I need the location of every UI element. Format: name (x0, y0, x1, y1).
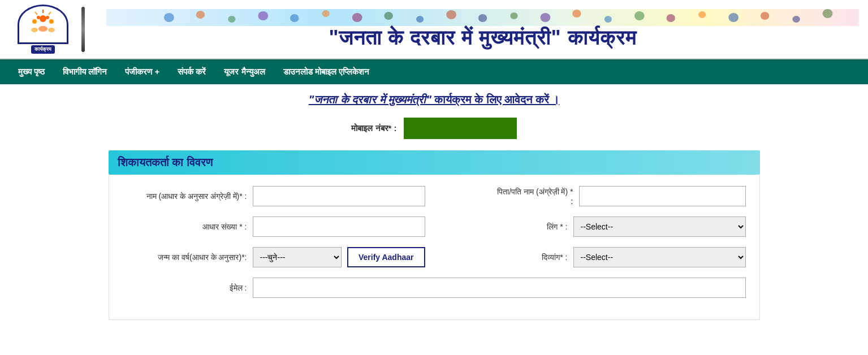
svg-point-15 (228, 16, 235, 23)
gender-select[interactable]: --Select-- पुरुष महिला अन्य (573, 217, 746, 237)
svg-point-17 (290, 14, 299, 22)
svg-point-23 (478, 14, 487, 22)
birth-year-group: जन्म का वर्ष(आधार के अनुसार)*: ---चुने--… (123, 247, 425, 267)
divyang-select[interactable]: --Select-- हाँ नहीं (573, 247, 746, 267)
section-body: नाम (आधार के अनुसार अंग्रेज़ी में)* : पि… (109, 175, 760, 320)
svg-point-24 (510, 12, 517, 19)
form-container: "जनता के दरबार में मुख्यमंत्री" कार्यक्र… (95, 84, 774, 329)
aadhar-group: आधार संख्या * : (123, 217, 425, 237)
header-title: "जनता के दरबार में मुख्यमंत्री" कार्यक्र… (106, 26, 859, 50)
svg-point-30 (698, 11, 706, 18)
nav-register[interactable]: पंजीकरण + (116, 60, 169, 84)
svg-point-22 (446, 10, 456, 19)
svg-point-29 (666, 14, 675, 22)
svg-point-32 (761, 12, 770, 20)
svg-point-13 (164, 13, 174, 22)
email-input[interactable] (253, 278, 746, 298)
father-input[interactable] (579, 186, 746, 206)
svg-point-28 (634, 11, 645, 20)
aadhar-label: आधार संख्या * : (123, 222, 247, 232)
logo-icon (20, 7, 66, 41)
header: कार्यक्रम (0, 0, 868, 59)
form-row-3: जन्म का वर्ष(आधार के अनुसार)*: ---चुने--… (123, 247, 746, 267)
svg-point-1 (40, 15, 46, 22)
svg-point-34 (823, 9, 833, 18)
mobile-row: मोबाइल नंबर* : (109, 118, 760, 139)
header-title-area: "जनता के दरबार में मुख्यमंत्री" कार्यक्र… (89, 9, 859, 50)
svg-point-16 (258, 11, 268, 20)
svg-point-9 (38, 26, 47, 32)
divyang-group: दिव्यांग* : --Select-- हाँ नहीं (443, 247, 746, 267)
svg-point-4 (37, 16, 40, 19)
name-input[interactable] (253, 186, 425, 206)
svg-point-5 (46, 16, 49, 19)
form-page-title: "जनता के दरबार में मुख्यमंत्री" कार्यक्र… (109, 93, 760, 106)
svg-point-26 (572, 10, 581, 18)
svg-point-27 (604, 16, 612, 23)
svg-point-10 (31, 28, 38, 32)
birth-year-select[interactable]: ---चुने--- (253, 247, 342, 267)
svg-point-14 (196, 11, 205, 19)
email-label: ईमेल : (123, 283, 247, 293)
form-row-2: आधार संख्या * : लिंग * : --Select-- पुरु… (123, 217, 746, 237)
svg-point-3 (49, 19, 54, 24)
father-group: पिता/पति नाम (अंग्रेज़ी में) * : (443, 186, 746, 206)
nav-user-manual[interactable]: यूजर मैन्युअल (215, 60, 274, 84)
navbar: मुख्य पृष्ठ विभागीय लॉगिन पंजीकरण + संपर… (0, 59, 868, 84)
birth-year-label: जन्म का वर्ष(आधार के अनुसार)*: (123, 253, 247, 262)
decorative-bar (81, 7, 85, 52)
svg-point-0 (23, 10, 63, 38)
svg-point-18 (322, 10, 330, 17)
aadhar-input[interactable] (253, 217, 425, 237)
verify-aadhaar-button[interactable]: Verify Aadhaar (347, 247, 425, 267)
form-title-part1: "जनता के दरबार में मुख्यमंत्री" (309, 93, 431, 106)
nav-home[interactable]: मुख्य पृष्ठ (9, 60, 54, 84)
father-colon: : (443, 197, 573, 206)
logo-area: कार्यक्रम (9, 5, 77, 54)
email-group: ईमेल : (123, 278, 746, 298)
form-row-1: नाम (आधार के अनुसार अंग्रेज़ी में)* : पि… (123, 186, 746, 206)
gender-label: लिंग * : (443, 222, 568, 232)
svg-point-20 (384, 12, 393, 20)
banner-strip (106, 9, 859, 26)
gender-group: लिंग * : --Select-- पुरुष महिला अन्य (443, 217, 746, 237)
name-group: नाम (आधार के अनुसार अंग्रेज़ी में)* : (123, 186, 425, 206)
nav-dept-login[interactable]: विभागीय लॉगिन (54, 60, 116, 84)
svg-point-31 (728, 13, 739, 22)
nav-contact[interactable]: संपर्क करें (169, 60, 215, 84)
svg-point-21 (416, 16, 424, 23)
father-label: पिता/पति नाम (अंग्रेज़ी में) * (443, 187, 573, 197)
form-title-part2: कार्यक्रम के लिए आवेदन करें । (431, 93, 559, 106)
logo-badge: कार्यक्रम (31, 45, 55, 54)
svg-point-2 (32, 19, 37, 24)
svg-point-11 (48, 28, 55, 32)
svg-point-19 (352, 13, 362, 22)
mobile-input[interactable] (404, 118, 517, 139)
name-label: नाम (आधार के अनुसार अंग्रेज़ी में)* : (123, 192, 247, 201)
crowd-banner-svg (106, 9, 859, 26)
divyang-label: दिव्यांग* : (443, 253, 568, 262)
svg-point-33 (792, 16, 800, 23)
mobile-label: मोबाइल नंबर* : (351, 123, 396, 133)
section-header: शिकायतकर्ता का विवरण (109, 150, 760, 175)
svg-point-25 (541, 13, 551, 22)
logo-circle (18, 5, 68, 44)
form-row-4: ईमेल : (123, 278, 746, 298)
nav-download-app[interactable]: डाउनलोड मोबाइल एप्लिकेशन (274, 60, 378, 84)
